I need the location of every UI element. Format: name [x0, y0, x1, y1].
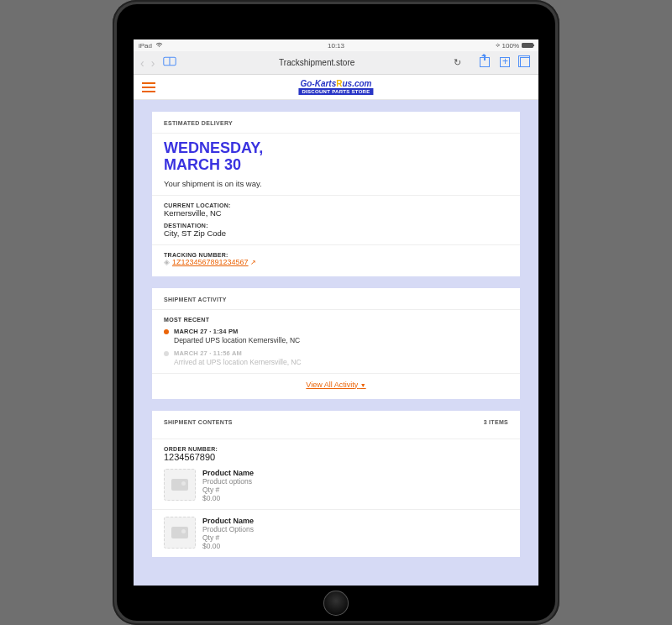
estimated-date: WEDNESDAY, MARCH 30 [164, 140, 508, 174]
activity-dot-icon [164, 329, 169, 334]
product-price: $0.00 [202, 494, 254, 502]
product-thumbnail [164, 517, 196, 549]
shipment-status: Your shipment is on its way. [164, 179, 508, 188]
menu-button[interactable] [142, 82, 155, 92]
product-name: Product Name [202, 469, 254, 477]
product-options: Product options [202, 477, 254, 486]
order-number-value: 1234567890 [164, 452, 508, 462]
reload-button[interactable]: ↻ [454, 57, 461, 68]
product-options: Product Options [202, 525, 254, 533]
tracking-link[interactable]: 1Z1234567891234567 [172, 258, 249, 266]
destination-value: City, ST Zip Code [164, 228, 508, 238]
url-text: Trackshipment.store [279, 58, 354, 67]
new-tab-button[interactable] [496, 56, 513, 70]
ipad-bezel: iPad 10:13 ⟡ 100% ‹ › Tracks [117, 4, 555, 621]
current-location-label: CURRENT LOCATION: [164, 202, 508, 208]
activity-item: MARCH 27 · 11:56 AM Arrived at UPS locat… [164, 349, 508, 366]
most-recent-label: MOST RECENT [164, 317, 508, 323]
product-row: Product Name Product options Qty # $0.00 [164, 462, 508, 509]
product-thumbnail [164, 469, 196, 501]
divider [152, 373, 520, 374]
product-row: Product Name Product Options Qty # $0.00 [164, 510, 508, 557]
store-logo[interactable]: Go-KartsRus.com DISCOUNT PARTS STORE [298, 80, 373, 95]
clock: 10:13 [134, 42, 538, 50]
product-qty: Qty # [202, 486, 254, 494]
activity-item: MARCH 27 · 1:34 PM Departed UPS location… [164, 328, 508, 344]
caret-down-icon: ▼ [360, 382, 366, 388]
divider [152, 309, 520, 310]
divider [152, 439, 520, 439]
activity-card: SHIPMENT ACTIVITY MOST RECENT MARCH 27 ·… [152, 288, 520, 399]
delivery-card: ESTIMATED DELIVERY WEDNESDAY, MARCH 30 Y… [152, 112, 520, 276]
delivery-section-label: ESTIMATED DELIVERY [164, 120, 508, 126]
activity-dot-icon [164, 351, 169, 356]
home-button[interactable] [323, 591, 349, 616]
product-qty: Qty # [202, 533, 254, 542]
battery-icon [522, 43, 533, 48]
tracking-number-label: TRACKING NUMBER: [164, 252, 508, 258]
external-link-icon: ↗ [250, 259, 256, 266]
ipad-frame: iPad 10:13 ⟡ 100% ‹ › Tracks [113, 0, 559, 625]
activity-section-label: SHIPMENT ACTIVITY [164, 297, 508, 302]
activity-time: MARCH 27 · 11:56 AM [174, 349, 302, 357]
view-all-activity-link[interactable]: View All Activity ▼ [164, 381, 508, 389]
divider [152, 195, 520, 196]
app-header: Go-KartsRus.com DISCOUNT PARTS STORE [134, 75, 538, 100]
order-number-label: ORDER NUMBER: [164, 446, 508, 452]
page-body: ESTIMATED DELIVERY WEDNESDAY, MARCH 30 Y… [134, 100, 538, 586]
activity-desc: Arrived at UPS location Kernersville, NC [174, 358, 302, 366]
activity-time: MARCH 27 · 1:34 PM [174, 328, 300, 335]
status-bar: iPad 10:13 ⟡ 100% [134, 39, 538, 51]
browser-toolbar: ‹ › Trackshipment.store ↻ [134, 51, 538, 75]
divider [152, 244, 520, 245]
tracking-row: ◈1Z1234567891234567↗ [164, 258, 508, 266]
activity-desc: Departed UPS location Kernersville, NC [174, 336, 300, 344]
share-button[interactable] [476, 56, 493, 70]
product-name: Product Name [202, 517, 254, 525]
address-bar[interactable]: Trackshipment.store [203, 58, 430, 67]
bookmarks-button[interactable] [160, 56, 180, 69]
contents-count: 3 ITEMS [484, 419, 508, 425]
screen: iPad 10:13 ⟡ 100% ‹ › Tracks [134, 39, 538, 586]
contents-section-label: SHIPMENT CONTENTS [164, 419, 233, 425]
forward-button[interactable]: › [150, 56, 157, 70]
carrier-icon: ◈ [164, 258, 170, 266]
tabs-button[interactable] [517, 56, 533, 70]
back-button[interactable]: ‹ [139, 56, 146, 70]
divider [152, 133, 520, 134]
contents-card: SHIPMENT CONTENTS 3 ITEMS ORDER NUMBER: … [152, 411, 520, 557]
product-price: $0.00 [202, 542, 254, 550]
current-location-value: Kernersville, NC [164, 208, 508, 218]
destination-label: DESTINATION: [164, 223, 508, 228]
